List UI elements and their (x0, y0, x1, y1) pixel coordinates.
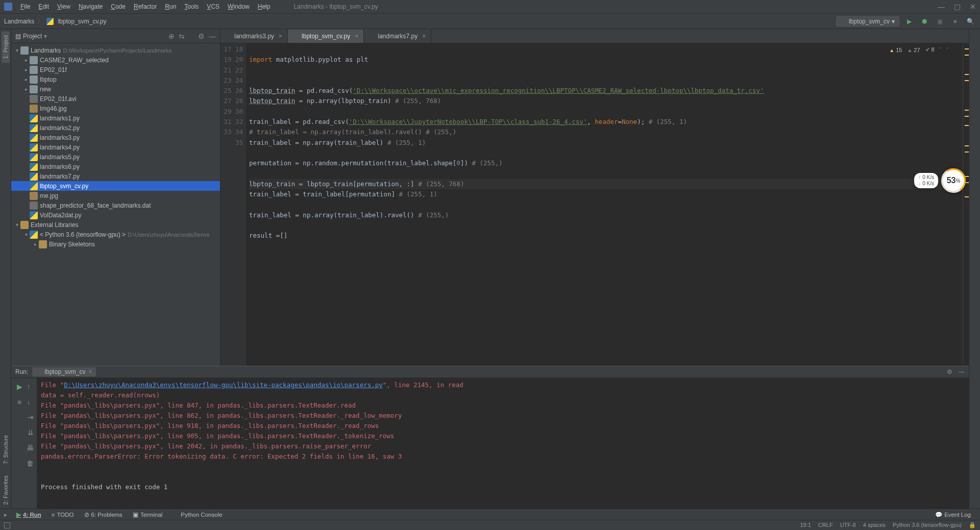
menu-navigate[interactable]: Navigate (76, 2, 106, 11)
caret-position[interactable]: 19:1 (800, 522, 811, 528)
tree-item[interactable]: ▸EP02_01f (11, 65, 220, 74)
scroll-to-end-icon[interactable]: ⇊ (11, 427, 37, 438)
menu-edit[interactable]: Edit (35, 2, 52, 11)
tree-item[interactable]: landmarks7.py (11, 171, 220, 181)
maximize-icon[interactable]: ▢ (954, 3, 961, 11)
soft-wrap-icon[interactable]: ⇥ (11, 412, 37, 423)
debug-button[interactable]: ⬢ (919, 16, 930, 27)
tree-item[interactable]: ▸lbptop (11, 74, 220, 84)
warning-count[interactable]: 15 (889, 47, 902, 53)
stop-button[interactable]: ■ (949, 16, 961, 27)
menu-code[interactable]: Code (108, 2, 129, 11)
bottom-tool-stripe: ▸ ▶4: Run ≡TODO ⊘6: Problems ▣Terminal P… (0, 509, 980, 520)
percent-badge[interactable]: 53% (941, 168, 966, 193)
tree-item[interactable]: Img46.jpg (11, 104, 220, 113)
close-icon[interactable]: × (355, 33, 358, 40)
inspection-widget[interactable]: 15 27 8 ˆ ˇ (889, 46, 948, 53)
side-tab-structure[interactable]: 7: Structure (2, 431, 10, 468)
tree-item[interactable]: EP02_01f.avi (11, 94, 220, 104)
tree-item[interactable]: lbptop_svm_cv.py (11, 181, 220, 191)
settings-icon[interactable]: ⚙ (947, 368, 952, 375)
prev-highlight-icon[interactable]: ˆ (940, 47, 942, 53)
code-area[interactable]: import matplotlib.pyplot as plt lbptop_t… (246, 43, 963, 366)
show-tool-windows-icon[interactable]: ▸ (4, 511, 7, 518)
run-config-selector[interactable]: lbptop_svm_cv ▾ (836, 16, 899, 27)
menu-run[interactable]: Run (162, 2, 179, 11)
hide-panel-icon[interactable]: — (959, 368, 965, 375)
tool-window-quick-access-icon[interactable] (4, 522, 10, 528)
project-tree[interactable]: ▾LandmarksD:\Workspace\PycharmProjects\L… (11, 43, 220, 366)
typo-count[interactable]: 8 (925, 46, 935, 53)
tree-item[interactable]: landmarks4.py (11, 142, 220, 152)
breadcrumb[interactable]: Landmarks 〉 lbptop_svm_cv.py (4, 17, 107, 26)
tree-item[interactable]: landmarks6.py (11, 162, 220, 171)
locate-file-icon[interactable]: ⊕ (168, 32, 175, 40)
menu-vcs[interactable]: VCS (204, 2, 223, 11)
menu-refactor[interactable]: Refactor (131, 2, 160, 11)
menu-tools[interactable]: Tools (181, 2, 202, 11)
chevron-down-icon[interactable]: ▾ (44, 33, 47, 40)
tree-item[interactable]: ▾LandmarksD:\Workspace\PycharmProjects\L… (11, 45, 220, 55)
lock-icon[interactable]: 🔒 (969, 522, 976, 528)
indent-settings[interactable]: 4 spaces (863, 522, 886, 528)
tree-item[interactable]: ▸new (11, 84, 220, 94)
side-tab-project[interactable]: 1: Project (2, 31, 10, 63)
stop-icon[interactable]: ■ (16, 396, 23, 408)
tree-item-label: landmarks5.py (40, 154, 80, 161)
clear-all-icon[interactable]: 🗑 (11, 458, 37, 469)
run-tab-label: lbptop_svm_cv (44, 368, 85, 375)
tree-item[interactable]: ▸CASME2_RAW_selected (11, 55, 220, 65)
rerun-icon[interactable]: ▶ (16, 381, 23, 392)
run-tab[interactable]: lbptop_svm_cv × (32, 367, 96, 376)
close-icon[interactable]: × (279, 33, 282, 40)
python-interpreter[interactable]: Python 3.6 (tensorflow-gpu) (893, 522, 962, 528)
search-everywhere-button[interactable]: 🔍 (965, 16, 976, 27)
up-stack-icon[interactable]: ↑ (25, 381, 32, 392)
editor-tab[interactable]: lbptop_svm_cv.py× (288, 30, 364, 43)
run-button[interactable]: ▶ (903, 16, 915, 27)
editor-tab[interactable]: landmarks3.py× (220, 30, 288, 43)
settings-icon[interactable]: ⚙ (198, 32, 205, 40)
bottom-tab-todo[interactable]: ≡TODO (46, 512, 79, 518)
tree-item[interactable]: shape_predictor_68_face_landmarks.dat (11, 200, 220, 210)
network-speed-badge[interactable]: 0 K/s 0 K/s (914, 173, 938, 188)
bottom-tab-problems[interactable]: ⊘6: Problems (79, 511, 128, 518)
next-highlight-icon[interactable]: ˇ (946, 47, 948, 53)
tree-item[interactable]: ▾< Python 3.6 (tensorflow-gpu) >D:\Users… (11, 230, 220, 239)
menu-window[interactable]: Window (225, 2, 253, 11)
close-icon[interactable]: ✕ (970, 3, 976, 11)
error-stripe[interactable] (963, 43, 969, 366)
menu-help[interactable]: Help (255, 2, 274, 11)
bottom-tab-run[interactable]: ▶4: Run (11, 511, 46, 518)
bottom-tab-event-log[interactable]: 💬Event Log (930, 511, 976, 518)
tree-item[interactable]: landmarks1.py (11, 113, 220, 123)
menu-view[interactable]: View (54, 2, 74, 11)
weak-warning-count[interactable]: 27 (907, 47, 920, 53)
project-panel-title[interactable]: Project (23, 33, 42, 40)
print-icon[interactable]: 🖶 (11, 442, 37, 453)
close-icon[interactable]: × (422, 33, 426, 40)
tree-item[interactable]: ▾External Libraries (11, 220, 220, 230)
tree-item[interactable]: ▸Binary Skeletons (11, 239, 220, 249)
close-icon[interactable]: × (88, 368, 92, 375)
tree-item[interactable]: landmarks3.py (11, 133, 220, 142)
bottom-tab-python-console[interactable]: Python Console (167, 512, 227, 518)
line-separator[interactable]: CRLF (818, 522, 833, 528)
menu-file[interactable]: File (17, 2, 33, 11)
line-number-gutter[interactable]: 17 18 19 20 21 22 23 24 25 26 27 28 29 3… (220, 43, 246, 366)
run-coverage-button[interactable]: ▣ (934, 16, 945, 27)
tree-item[interactable]: VolData2dat.py (11, 210, 220, 220)
tree-item[interactable]: landmarks2.py (11, 123, 220, 133)
tree-item[interactable]: landmarks5.py (11, 152, 220, 162)
console-line: File "pandas\_libs\parsers.pyx", line 20… (41, 441, 965, 451)
side-tab-favorites[interactable]: 2: Favorites (2, 471, 10, 509)
down-stack-icon[interactable]: ↓ (25, 396, 32, 408)
minimize-icon[interactable]: — (938, 3, 945, 11)
editor-tab[interactable]: landmarks7.py× (364, 30, 431, 43)
tree-item[interactable]: me.jpg (11, 191, 220, 200)
expand-all-icon[interactable]: ⇆ (179, 32, 185, 40)
console-output[interactable]: File "D:\Users\zhuyu\Anaconda3\envs\tens… (37, 378, 969, 509)
bottom-tab-terminal[interactable]: ▣Terminal (128, 511, 167, 518)
hide-panel-icon[interactable]: — (209, 32, 216, 40)
file-encoding[interactable]: UTF-8 (840, 522, 856, 528)
